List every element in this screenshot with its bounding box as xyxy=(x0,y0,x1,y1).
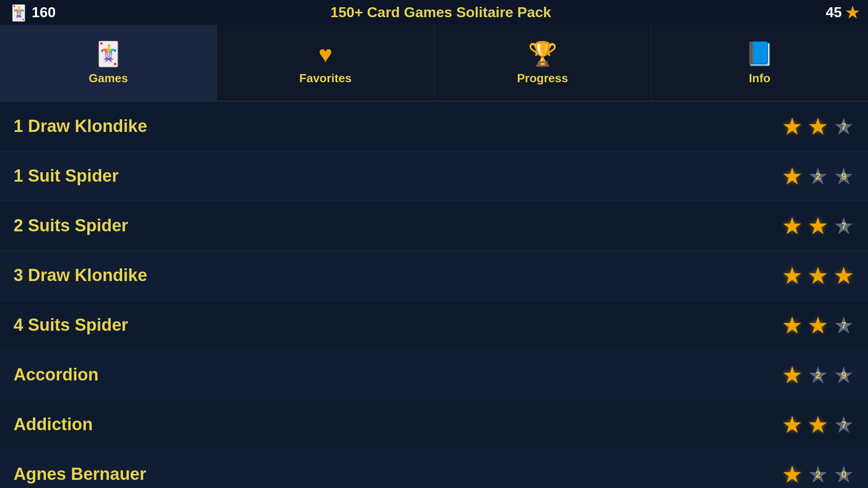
game-name: Accordion xyxy=(14,365,99,385)
nav-tabs: 🃏 Games ♥ Favorites 🏆 Progress 📘 Info xyxy=(0,25,868,102)
game-name: 4 Suits Spider xyxy=(14,315,128,335)
star-gray-icon: ★2 xyxy=(807,363,829,387)
tab-favorites-label: Favorites xyxy=(299,71,352,85)
game-stars: ★★2★9 xyxy=(782,363,854,387)
star-gold-icon: ★ xyxy=(782,463,803,486)
tab-info-label: Info xyxy=(749,71,771,85)
star-gold-icon: ★ xyxy=(782,214,803,238)
game-row[interactable]: Accordion★★2★9 xyxy=(0,350,868,400)
app-title: 150+ Card Games Solitaire Pack xyxy=(330,4,551,21)
star-number: 9 xyxy=(841,370,846,380)
game-name: 2 Suits Spider xyxy=(14,216,128,235)
game-row[interactable]: 1 Suit Spider★★2★9 xyxy=(0,151,868,201)
game-name: Agnes Bernauer xyxy=(14,465,146,484)
star-gray-icon: ★2 xyxy=(807,164,829,188)
info-icon: 📘 xyxy=(745,40,774,68)
game-name: Addiction xyxy=(14,415,93,434)
star-number: 7 xyxy=(841,121,846,131)
left-score-value: 160 xyxy=(32,4,56,21)
score-right: 45 ★ xyxy=(826,4,859,22)
star-number: 7 xyxy=(841,221,846,231)
star-gray-icon: ★7 xyxy=(833,115,854,138)
star-gray-icon: ★7 xyxy=(833,214,854,238)
favorites-icon: ♥ xyxy=(318,41,332,68)
star-gold-icon: ★ xyxy=(833,264,854,287)
star-number: 2 xyxy=(816,469,821,479)
game-name: 1 Draw Klondike xyxy=(14,117,147,136)
star-number: 2 xyxy=(816,370,821,380)
star-gold-icon: ★ xyxy=(807,314,829,337)
cards-icon: 🃏 xyxy=(9,4,28,22)
game-stars: ★★★7 xyxy=(782,314,854,337)
star-gold-icon: ★ xyxy=(782,314,803,337)
star-gold-icon: ★ xyxy=(807,115,829,138)
star-gray-icon: ★7 xyxy=(833,314,854,337)
tab-favorites[interactable]: ♥ Favorites xyxy=(217,25,434,101)
game-stars: ★★2★0 xyxy=(782,463,854,486)
progress-icon: 🏆 xyxy=(528,40,557,68)
score-left: 🃏 160 xyxy=(9,4,56,22)
game-stars: ★★2★9 xyxy=(782,164,854,188)
tab-progress[interactable]: 🏆 Progress xyxy=(434,25,651,101)
star-gold-icon: ★ xyxy=(807,264,829,287)
star-gold-icon: ★ xyxy=(782,363,803,387)
star-number: 9 xyxy=(841,171,846,181)
game-row[interactable]: 3 Draw Klondike★★★ xyxy=(0,251,868,300)
games-list: 1 Draw Klondike★★★71 Suit Spider★★2★92 S… xyxy=(0,102,868,488)
star-icon-top: ★ xyxy=(845,4,859,22)
tab-games-label: Games xyxy=(89,71,128,85)
games-icon: 🃏 xyxy=(94,40,123,68)
star-gold-icon: ★ xyxy=(807,214,829,238)
right-score-value: 45 xyxy=(826,4,842,21)
game-name: 1 Suit Spider xyxy=(14,166,118,186)
game-stars: ★★★ xyxy=(782,264,854,287)
star-number: 2 xyxy=(816,171,821,181)
game-name: 3 Draw Klondike xyxy=(14,266,147,285)
star-gray-icon: ★2 xyxy=(807,463,829,486)
star-gray-icon: ★9 xyxy=(833,363,854,387)
star-gold-icon: ★ xyxy=(782,115,803,138)
game-row[interactable]: Agnes Bernauer★★2★0 xyxy=(0,450,868,488)
tab-progress-label: Progress xyxy=(517,71,568,85)
star-gray-icon: ★0 xyxy=(833,463,854,486)
star-number: 7 xyxy=(841,320,846,330)
game-row[interactable]: 2 Suits Spider★★★7 xyxy=(0,201,868,251)
star-gold-icon: ★ xyxy=(782,164,803,188)
game-stars: ★★★7 xyxy=(782,413,854,436)
star-gray-icon: ★7 xyxy=(833,413,854,436)
star-gold-icon: ★ xyxy=(807,413,829,436)
game-stars: ★★★7 xyxy=(782,115,854,138)
star-gold-icon: ★ xyxy=(782,264,803,287)
game-row[interactable]: 1 Draw Klondike★★★7 xyxy=(0,102,868,151)
star-number: 7 xyxy=(841,419,846,430)
game-stars: ★★★7 xyxy=(782,214,854,238)
game-row[interactable]: 4 Suits Spider★★★7 xyxy=(0,300,868,350)
tab-info[interactable]: 📘 Info xyxy=(651,25,868,101)
top-bar: 🃏 160 150+ Card Games Solitaire Pack 45 … xyxy=(0,0,868,25)
star-number: 0 xyxy=(841,469,846,479)
star-gold-icon: ★ xyxy=(782,413,803,436)
tab-games[interactable]: 🃏 Games xyxy=(0,25,217,101)
star-gray-icon: ★9 xyxy=(833,164,854,188)
game-row[interactable]: Addiction★★★7 xyxy=(0,400,868,450)
